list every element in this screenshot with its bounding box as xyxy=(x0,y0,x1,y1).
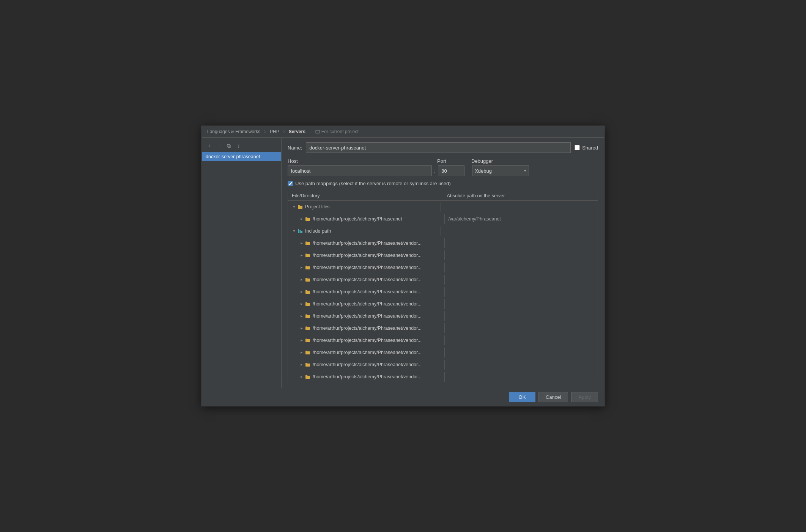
folder-icon xyxy=(305,240,311,246)
tree-cell-abs xyxy=(445,254,598,257)
shared-row: Shared xyxy=(575,145,598,151)
folder-icon xyxy=(305,301,311,307)
tree-item-label: /home/arthur/projects/alchemy/Phraseanet… xyxy=(313,301,422,307)
tree-cell-file: ► /home/arthur/projects/alchemy/Phrasean… xyxy=(288,311,445,321)
expand-button[interactable]: ► xyxy=(299,349,305,356)
port-label: Port xyxy=(437,158,468,164)
name-row: Name: Shared xyxy=(288,142,598,153)
expand-button[interactable]: ► xyxy=(299,362,305,368)
expand-button[interactable]: ► xyxy=(299,277,305,283)
tree-cell-abs xyxy=(445,279,598,281)
name-label: Name: xyxy=(288,145,302,151)
table-row[interactable]: ► /home/arthur/projects/alchemy/Phrasean… xyxy=(288,359,598,371)
col-file-header: File/Directory xyxy=(288,191,443,200)
table-row[interactable]: ► /home/arthur/projects/alchemy/Phrasean… xyxy=(288,298,598,310)
tree-item-label: /home/arthur/projects/alchemy/Phraseanet… xyxy=(313,338,422,343)
apply-button[interactable]: Apply xyxy=(571,392,598,402)
sidebar-item-docker-server[interactable]: docker-server-phraseanet xyxy=(202,152,281,161)
expand-button[interactable]: ► xyxy=(299,301,305,307)
table-row[interactable]: ► /home/arthur/projects/alchemy/Phrasean… xyxy=(288,310,598,322)
table-row[interactable]: ► /home/arthur/projects/alchemy/Phrasean… xyxy=(288,237,598,249)
name-input[interactable] xyxy=(306,142,571,153)
table-row[interactable]: ► /home/arthur/projects/alchemy/Phrasean… xyxy=(288,249,598,261)
cancel-button[interactable]: Cancel xyxy=(538,392,568,402)
breadcrumb-part3: Servers xyxy=(289,129,305,134)
expand-button[interactable]: ▼ xyxy=(291,204,297,210)
host-input[interactable] xyxy=(288,165,432,176)
tree-cell-abs: /var/alchemy/Phraseanet xyxy=(445,215,598,223)
breadcrumb-sep1: > xyxy=(264,129,266,134)
path-mappings-label: Use path mappings (select if the server … xyxy=(295,181,451,186)
folder-icon xyxy=(305,277,311,283)
table-body[interactable]: ▼ Project files ► /home/arthur/projects/… xyxy=(288,201,598,383)
expand-button[interactable]: ► xyxy=(299,216,305,222)
dialog-footer: OK Cancel Apply xyxy=(202,388,604,406)
sidebar-toolbar: + − ⧉ ↕ xyxy=(202,140,281,152)
tree-cell-file: ► /home/arthur/projects/alchemy/Phrasean… xyxy=(288,287,445,297)
add-server-button[interactable]: + xyxy=(205,142,213,150)
expand-button[interactable]: ► xyxy=(299,289,305,295)
tree-cell-file: ▼ Project files xyxy=(288,202,441,212)
tree-cell-abs xyxy=(445,291,598,293)
folder-icon xyxy=(305,264,311,271)
tree-item-label: /home/arthur/projects/alchemy/Phraseanet… xyxy=(313,241,422,246)
table-row[interactable]: ► /home/arthur/projects/alchemy/Phrasean… xyxy=(288,371,598,383)
sidebar: + − ⧉ ↕ docker-server-phraseanet xyxy=(202,138,282,388)
copy-server-button[interactable]: ⧉ xyxy=(225,142,233,150)
breadcrumb-part2: PHP xyxy=(270,129,279,134)
table-row[interactable]: ► /home/arthur/projects/alchemy/Phrasean… xyxy=(288,346,598,359)
expand-button[interactable]: ► xyxy=(299,374,305,380)
ok-button[interactable]: OK xyxy=(509,392,535,402)
tree-item-label: /home/arthur/projects/alchemy/Phraseanet… xyxy=(313,253,422,258)
folder-icon xyxy=(305,289,311,295)
breadcrumb-sep2: > xyxy=(283,129,285,134)
tree-cell-file: ► /home/arthur/projects/alchemy/Phrasean… xyxy=(288,323,445,333)
tree-item-label: /home/arthur/projects/alchemy/Phraseanet… xyxy=(313,362,422,367)
table-header: File/Directory Absolute path on the serv… xyxy=(288,191,598,201)
path-mappings-checkbox[interactable] xyxy=(288,181,293,186)
folder-icon xyxy=(305,216,311,222)
path-mappings-row: Use path mappings (select if the server … xyxy=(288,181,598,186)
shared-checkbox[interactable] xyxy=(575,145,580,150)
tree-cell-abs xyxy=(445,339,598,342)
tree-cell-file: ► /home/arthur/projects/alchemy/Phrasean… xyxy=(288,348,445,357)
folder-icon xyxy=(305,374,311,380)
expand-button[interactable]: ► xyxy=(299,325,305,331)
tree-item-label: /home/arthur/projects/alchemy/Phraseanet… xyxy=(313,265,422,270)
folder-icon xyxy=(305,325,311,331)
colon-separator: : xyxy=(434,165,436,176)
expand-button[interactable]: ▼ xyxy=(291,228,297,234)
tree-cell-abs xyxy=(445,303,598,305)
table-row[interactable]: ► /home/arthur/projects/alchemy/Phrasean… xyxy=(288,213,598,225)
remove-server-button[interactable]: − xyxy=(215,142,223,150)
folder-icon xyxy=(305,252,311,258)
table-row[interactable]: ► /home/arthur/projects/alchemy/Phrasean… xyxy=(288,261,598,274)
expand-button[interactable]: ► xyxy=(299,252,305,258)
expand-button[interactable]: ► xyxy=(299,337,305,343)
expand-button[interactable]: ► xyxy=(299,264,305,271)
col-abs-header: Absolute path on the server xyxy=(443,191,598,200)
breadcrumb-part1: Languages & Frameworks xyxy=(207,129,260,134)
expand-button[interactable]: ► xyxy=(299,240,305,246)
table-row[interactable]: ► /home/arthur/projects/alchemy/Phrasean… xyxy=(288,286,598,298)
tree-cell-abs xyxy=(445,364,598,366)
tree-cell-file: ► /home/arthur/projects/alchemy/Phrasean… xyxy=(288,263,445,272)
port-input[interactable] xyxy=(438,165,464,176)
tree-cell-abs xyxy=(445,242,598,244)
move-server-button[interactable]: ↕ xyxy=(235,142,243,150)
folder-icon xyxy=(305,313,311,319)
table-row[interactable]: ▼ Project files xyxy=(288,201,598,213)
table-row[interactable]: ▼ Include path xyxy=(288,225,598,237)
settings-dialog: Languages & Frameworks > PHP > Servers F… xyxy=(202,126,604,406)
tree-cell-abs xyxy=(445,351,598,354)
tree-cell-file: ► /home/arthur/projects/alchemy/Phrasean… xyxy=(288,214,445,224)
tree-cell-abs xyxy=(441,230,598,232)
table-row[interactable]: ► /home/arthur/projects/alchemy/Phrasean… xyxy=(288,322,598,334)
expand-button[interactable]: ► xyxy=(299,313,305,319)
tree-cell-abs xyxy=(441,206,598,208)
tree-cell-file: ► /home/arthur/projects/alchemy/Phrasean… xyxy=(288,250,445,260)
tree-cell-file: ► /home/arthur/projects/alchemy/Phrasean… xyxy=(288,335,445,345)
table-row[interactable]: ► /home/arthur/projects/alchemy/Phrasean… xyxy=(288,334,598,346)
table-row[interactable]: ► /home/arthur/projects/alchemy/Phrasean… xyxy=(288,274,598,286)
debugger-select[interactable]: Xdebug Zend Debugger xyxy=(472,165,529,176)
